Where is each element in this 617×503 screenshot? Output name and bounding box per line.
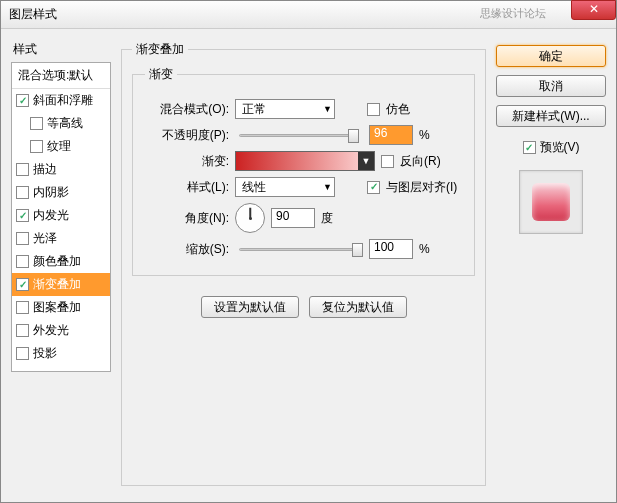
angle-input[interactable]: 90 bbox=[271, 208, 315, 228]
style-item[interactable]: 等高线 bbox=[12, 112, 110, 135]
style-item[interactable]: 外发光 bbox=[12, 319, 110, 342]
percent-label: % bbox=[419, 242, 430, 256]
style-item-label: 外发光 bbox=[33, 322, 69, 339]
style-checkbox[interactable] bbox=[16, 324, 29, 337]
align-checkbox[interactable] bbox=[367, 181, 380, 194]
slider-thumb[interactable] bbox=[352, 243, 363, 257]
style-item-label: 等高线 bbox=[47, 115, 83, 132]
new-style-button[interactable]: 新建样式(W)... bbox=[496, 105, 606, 127]
style-item-label: 内发光 bbox=[33, 207, 69, 224]
style-checkbox[interactable] bbox=[16, 255, 29, 268]
titlebar: 图层样式 思缘设计论坛 ✕ bbox=[1, 1, 616, 29]
style-checkbox[interactable] bbox=[16, 232, 29, 245]
scale-slider[interactable] bbox=[239, 248, 359, 251]
style-item-label: 投影 bbox=[33, 345, 57, 362]
angle-label: 角度(N): bbox=[145, 210, 229, 227]
blending-options-item[interactable]: 混合选项:默认 bbox=[12, 63, 110, 89]
subgroup-legend: 渐变 bbox=[145, 66, 177, 83]
preview-checkbox[interactable] bbox=[523, 141, 536, 154]
style-item-label: 渐变叠加 bbox=[33, 276, 81, 293]
reverse-label: 反向(R) bbox=[400, 153, 441, 170]
gradient-picker[interactable]: ▼ bbox=[235, 151, 375, 171]
reverse-checkbox[interactable] bbox=[381, 155, 394, 168]
style-checkbox[interactable] bbox=[16, 301, 29, 314]
style-item-label: 内阴影 bbox=[33, 184, 69, 201]
watermark-text: 思缘设计论坛 bbox=[480, 6, 546, 21]
action-panel: 确定 取消 新建样式(W)... 预览(V) bbox=[496, 37, 606, 486]
style-checkbox[interactable] bbox=[16, 347, 29, 360]
styles-list: 混合选项:默认 斜面和浮雕等高线纹理描边内阴影内发光光泽颜色叠加渐变叠加图案叠加… bbox=[11, 62, 111, 372]
set-default-button[interactable]: 设置为默认值 bbox=[201, 296, 299, 318]
style-item-label: 斜面和浮雕 bbox=[33, 92, 93, 109]
style-checkbox[interactable] bbox=[16, 163, 29, 176]
chevron-down-icon: ▼ bbox=[323, 182, 332, 192]
style-label: 样式(L): bbox=[145, 179, 229, 196]
style-item-label: 描边 bbox=[33, 161, 57, 178]
chevron-down-icon[interactable]: ▼ bbox=[358, 152, 374, 170]
settings-panel: 渐变叠加 渐变 混合模式(O): 正常 ▼ 仿色 不透明度( bbox=[121, 37, 486, 486]
style-item[interactable]: 投影 bbox=[12, 342, 110, 365]
opacity-slider[interactable] bbox=[239, 134, 359, 137]
style-checkbox[interactable] bbox=[30, 117, 43, 130]
style-item[interactable]: 内发光 bbox=[12, 204, 110, 227]
ok-button[interactable]: 确定 bbox=[496, 45, 606, 67]
style-item[interactable]: 内阴影 bbox=[12, 181, 110, 204]
style-item[interactable]: 渐变叠加 bbox=[12, 273, 110, 296]
styles-panel: 样式 混合选项:默认 斜面和浮雕等高线纹理描边内阴影内发光光泽颜色叠加渐变叠加图… bbox=[11, 37, 111, 486]
close-button[interactable]: ✕ bbox=[571, 0, 616, 20]
blend-mode-dropdown[interactable]: 正常 ▼ bbox=[235, 99, 335, 119]
scale-input[interactable]: 100 bbox=[369, 239, 413, 259]
style-item[interactable]: 光泽 bbox=[12, 227, 110, 250]
preview-sample-icon bbox=[532, 183, 570, 221]
opacity-input[interactable]: 96 bbox=[369, 125, 413, 145]
style-checkbox[interactable] bbox=[16, 278, 29, 291]
gradient-label: 渐变: bbox=[145, 153, 229, 170]
blend-mode-label: 混合模式(O): bbox=[145, 101, 229, 118]
style-item-label: 图案叠加 bbox=[33, 299, 81, 316]
style-item[interactable]: 斜面和浮雕 bbox=[12, 89, 110, 112]
preview-label: 预览(V) bbox=[540, 139, 580, 156]
style-dropdown[interactable]: 线性 ▼ bbox=[235, 177, 335, 197]
style-item[interactable]: 描边 bbox=[12, 158, 110, 181]
chevron-down-icon: ▼ bbox=[323, 104, 332, 114]
opacity-label: 不透明度(P): bbox=[145, 127, 229, 144]
style-checkbox[interactable] bbox=[16, 186, 29, 199]
style-item-label: 颜色叠加 bbox=[33, 253, 81, 270]
angle-dial[interactable] bbox=[235, 203, 265, 233]
style-checkbox[interactable] bbox=[16, 209, 29, 222]
group-legend: 渐变叠加 bbox=[132, 41, 188, 58]
layer-style-dialog: 图层样式 思缘设计论坛 ✕ 样式 混合选项:默认 斜面和浮雕等高线纹理描边内阴影… bbox=[0, 0, 617, 503]
gradient-subgroup: 渐变 混合模式(O): 正常 ▼ 仿色 不透明度(P): bbox=[132, 66, 475, 276]
degree-label: 度 bbox=[321, 210, 333, 227]
preview-thumbnail bbox=[519, 170, 583, 234]
style-item-label: 纹理 bbox=[47, 138, 71, 155]
style-item-label: 光泽 bbox=[33, 230, 57, 247]
style-item[interactable]: 颜色叠加 bbox=[12, 250, 110, 273]
style-checkbox[interactable] bbox=[30, 140, 43, 153]
dither-checkbox[interactable] bbox=[367, 103, 380, 116]
styles-header: 样式 bbox=[11, 37, 111, 62]
gradient-overlay-group: 渐变叠加 渐变 混合模式(O): 正常 ▼ 仿色 不透明度( bbox=[121, 41, 486, 486]
style-item[interactable]: 纹理 bbox=[12, 135, 110, 158]
dither-label: 仿色 bbox=[386, 101, 410, 118]
style-item[interactable]: 图案叠加 bbox=[12, 296, 110, 319]
reset-default-button[interactable]: 复位为默认值 bbox=[309, 296, 407, 318]
style-checkbox[interactable] bbox=[16, 94, 29, 107]
align-label: 与图层对齐(I) bbox=[386, 179, 457, 196]
cancel-button[interactable]: 取消 bbox=[496, 75, 606, 97]
scale-label: 缩放(S): bbox=[145, 241, 229, 258]
percent-label: % bbox=[419, 128, 430, 142]
angle-center-icon bbox=[249, 217, 252, 220]
slider-thumb[interactable] bbox=[348, 129, 359, 143]
